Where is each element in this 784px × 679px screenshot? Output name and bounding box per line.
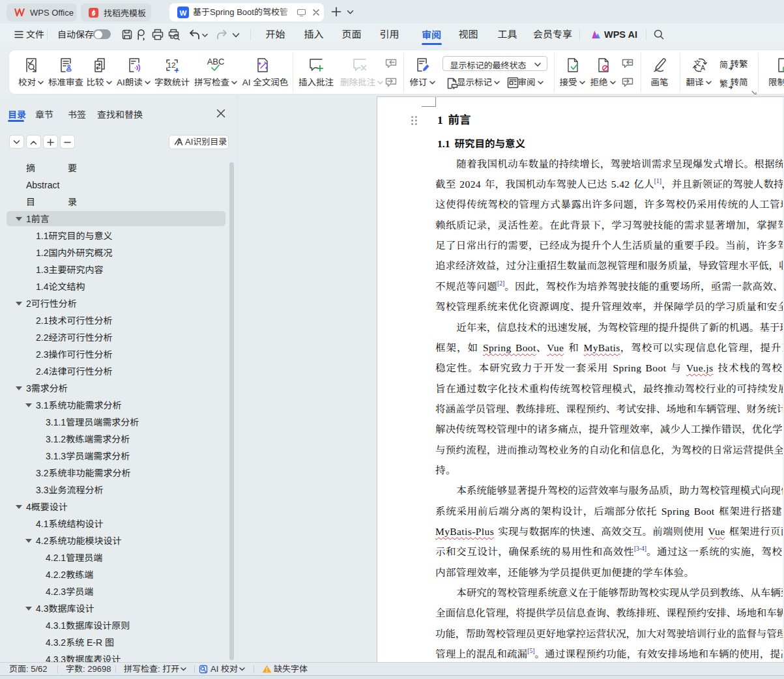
svg-text:12: 12 bbox=[167, 61, 176, 69]
svg-text:ABC: ABC bbox=[207, 57, 225, 66]
svg-text:W: W bbox=[180, 9, 187, 17]
svg-text:A: A bbox=[701, 64, 705, 72]
svg-text:文: 文 bbox=[694, 57, 701, 68]
